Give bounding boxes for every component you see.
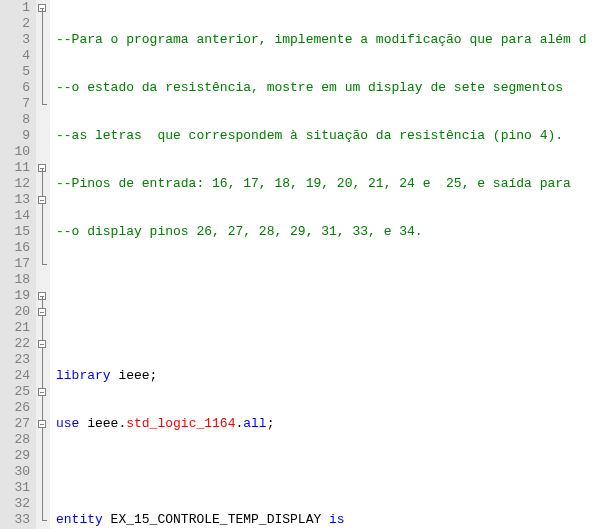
fold-toggle-icon[interactable] [38, 308, 46, 316]
line-number: 8 [0, 112, 30, 128]
code-line[interactable]: --as letras que correspondem à situação … [56, 128, 610, 144]
line-number: 14 [0, 208, 30, 224]
line-number: 9 [0, 128, 30, 144]
code-line[interactable]: use ieee.std_logic_1164.all; [56, 416, 610, 432]
line-number: 22 [0, 336, 30, 352]
line-number: 16 [0, 240, 30, 256]
line-number-gutter: 1 2 3 4 5 6 7 8 9 10 11 12 13 14 15 16 1… [0, 0, 36, 529]
code-area[interactable]: --Para o programa anterior, implemente a… [50, 0, 610, 529]
fold-toggle-icon[interactable] [38, 196, 46, 204]
line-number: 20 [0, 304, 30, 320]
line-number: 17 [0, 256, 30, 272]
fold-toggle-icon[interactable] [38, 388, 46, 396]
code-line[interactable] [56, 272, 610, 288]
line-number: 19 [0, 288, 30, 304]
code-line[interactable]: entity EX_15_CONTROLE_TEMP_DISPLAY is [56, 512, 610, 528]
fold-gutter [36, 0, 50, 529]
code-editor[interactable]: 1 2 3 4 5 6 7 8 9 10 11 12 13 14 15 16 1… [0, 0, 610, 529]
line-number: 23 [0, 352, 30, 368]
line-number: 4 [0, 48, 30, 64]
line-number: 3 [0, 32, 30, 48]
line-number: 21 [0, 320, 30, 336]
line-number: 10 [0, 144, 30, 160]
code-line[interactable] [56, 464, 610, 480]
line-number: 27 [0, 416, 30, 432]
code-line[interactable]: --o display pinos 26, 27, 28, 29, 31, 33… [56, 224, 610, 240]
line-number: 33 [0, 512, 30, 528]
line-number: 30 [0, 464, 30, 480]
line-number: 11 [0, 160, 30, 176]
line-number: 29 [0, 448, 30, 464]
fold-toggle-icon[interactable] [38, 420, 46, 428]
line-number: 6 [0, 80, 30, 96]
code-line[interactable] [56, 320, 610, 336]
code-line[interactable]: --Pinos de entrada: 16, 17, 18, 19, 20, … [56, 176, 610, 192]
code-line[interactable]: library ieee; [56, 368, 610, 384]
line-number: 18 [0, 272, 30, 288]
line-number: 13 [0, 192, 30, 208]
line-number: 31 [0, 480, 30, 496]
line-number: 25 [0, 384, 30, 400]
line-number: 12 [0, 176, 30, 192]
line-number: 1 [0, 0, 30, 16]
line-number: 28 [0, 432, 30, 448]
code-line[interactable]: --o estado da resistência, mostre em um … [56, 80, 610, 96]
line-number: 7 [0, 96, 30, 112]
line-number: 32 [0, 496, 30, 512]
fold-toggle-icon[interactable] [38, 340, 46, 348]
code-line[interactable]: --Para o programa anterior, implemente a… [56, 32, 610, 48]
line-number: 24 [0, 368, 30, 384]
line-number: 2 [0, 16, 30, 32]
line-number: 15 [0, 224, 30, 240]
line-number: 5 [0, 64, 30, 80]
line-number: 26 [0, 400, 30, 416]
